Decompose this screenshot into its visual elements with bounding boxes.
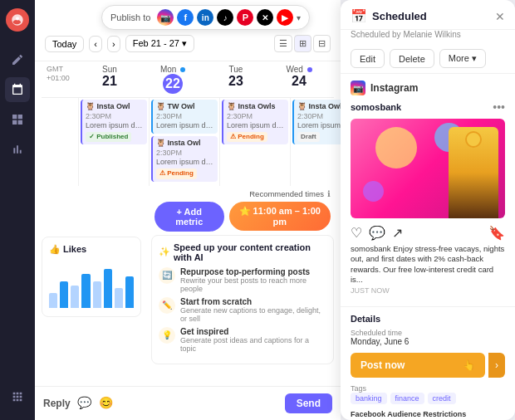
monday-event-1-text: Lorem ipsum dole... [156,121,214,131]
calendar-body: 🦉 Insta Owl 2:30PM Lorem ipsum dole... ✓… [42,98,334,186]
reply-button[interactable]: Reply [43,398,71,409]
sunday-header: Sun 21 [78,61,141,97]
more-platforms-button[interactable]: ▾ [297,13,301,22]
metrics-row: 👍 Likes Recommended times ℹ + Add metric… [35,186,341,368]
ai-inspired-desc: Generate post ideas and captions for a t… [180,336,326,353]
scheduled-time-row: Scheduled time Monday, June 6 [351,329,505,346]
monday-event-2-time: 2:30PM [156,149,214,159]
monday-header: Mon 22 [141,61,204,97]
tag-banking[interactable]: banking [351,393,387,404]
platform-name: Instagram [370,82,418,94]
chat-icon[interactable]: 💬 [77,396,92,411]
ai-widget-title: ✨ Speed up your content creation with AI [159,242,326,262]
monday-event-2-name: 🦉 Insta Owl [156,139,214,149]
x-icon[interactable]: ✕ [257,9,273,26]
sunday-event-text: Lorem ipsum dole... [86,121,144,131]
ai-item-scratch[interactable]: ✏️ Start from scratch Generate new capti… [159,297,326,323]
panel-actions: Edit Delete More ▾ [341,44,515,74]
bar-1 [49,293,57,307]
sunday-event-time: 2:30PM [86,112,144,122]
send-button[interactable]: Send [285,393,332,413]
edit-button[interactable]: Edit [351,49,385,68]
tag-finance[interactable]: finance [390,393,424,404]
add-metric-button[interactable]: + Add metric [154,202,224,232]
sunday-event[interactable]: 🦉 Insta Owl 2:30PM Lorem ipsum dole... ✓… [81,100,147,144]
deco-circle-3 [363,181,384,202]
sidebar-icon-calendar[interactable] [5,77,30,102]
youtube-icon[interactable]: ▶ [277,9,293,26]
wednesday-header: Wed 24 [267,61,331,97]
person-head [465,131,482,148]
likes-widget: 👍 Likes [42,237,141,317]
bar-3 [71,286,79,307]
monday-event-2-text: Lorem ipsum dole... [156,158,214,168]
sidebar-icon-grid[interactable] [5,107,30,132]
sunday-event-name: 🦉 Insta Owl [86,102,144,112]
scheduled-time-value: Monday, June 6 [351,337,505,346]
calendar-day-headers: GMT +01:00 Sun 21 Mon 22 Tue 23 Wed 24 [42,61,334,98]
facebook-icon[interactable]: f [177,9,194,26]
monday-event-2[interactable]: 🦉 Insta Owl 2:30PM Lorem ipsum dole... ⚠… [151,136,218,181]
ai-item-repurpose[interactable]: 🔄 Repurpose top-performing posts Rewrite… [159,267,326,293]
emoji-icon[interactable]: 😊 [99,396,114,411]
scratch-icon: ✏️ [159,297,175,314]
recommended-time-button[interactable]: ⭐ 11:00 am – 1:00 pm [229,202,331,231]
post-now-chevron-button[interactable]: › [488,353,505,378]
pinterest-icon[interactable]: P [237,9,253,26]
list-view-button[interactable]: ☰ [274,35,292,52]
monday-event-1-name: 🦉 TW Owl [156,102,214,112]
sidebar-icon-chart[interactable] [5,137,30,162]
heart-icon[interactable]: ♡ [351,225,362,241]
post-now-cursor-icon: 👆 [463,359,475,371]
chat-bar: Reply 💬 😊 Send [35,386,341,420]
monday-event-1[interactable]: 🦉 TW Owl 2:30PM Lorem ipsum dole... [151,100,218,134]
sidebar-icon-apps[interactable] [5,384,30,409]
likes-title: 👍 Likes [49,244,134,255]
instagram-icon[interactable]: 📷 [157,9,174,26]
instagram-section: 📷 Instagram somosbank ••• ♡ 💬 ↗ 🔖 somosb… [341,74,515,306]
delete-button[interactable]: Delete [390,49,434,68]
bar-4 [81,274,90,308]
share-icon[interactable]: ↗ [392,225,403,241]
today-button[interactable]: Today [45,36,84,52]
sidebar-icon-edit[interactable] [5,47,30,72]
recommended-times-label: Recommended times [249,189,324,198]
post-timestamp: JUST NOW [351,286,505,295]
linkedin-icon[interactable]: in [197,9,213,26]
platform-icon: 📷 [351,81,365,95]
main-calendar-area: Publish to 📷 f in ♪ P ✕ ▶ ▾ Today ‹ › Fe… [35,0,341,420]
monday-cell: 🦉 TW Owl 2:30PM Lorem ipsum dole... 🦉 In… [149,98,219,186]
publish-to-bar[interactable]: Publish to 📷 f in ♪ P ✕ ▶ ▾ [101,5,310,30]
inspired-icon: 💡 [159,327,175,344]
post-now-button[interactable]: Post now 👆 [351,353,485,378]
post-header: somosbank ••• [351,100,505,114]
bar-6 [104,269,112,307]
next-button[interactable]: › [107,36,120,52]
bookmark-icon[interactable]: 🔖 [488,225,505,241]
details-section: Details Scheduled time Monday, June 6 Po… [341,306,515,420]
bar-8 [125,276,134,308]
repurpose-icon: 🔄 [159,267,175,284]
fb-restrictions-label: Facebook Audience Restrictions [351,410,466,418]
prev-button[interactable]: ‹ [89,36,102,52]
monday-status: ⚠ Pending [156,168,197,178]
grid-view-button[interactable]: ⊞ [294,35,311,52]
tuesday-event[interactable]: 🦉 Insta Owls 2:30PM Lorem ipsum dole... … [222,100,288,144]
wednesday-label: Wed [286,65,311,74]
scheduled-calendar-icon: 📅 [351,8,367,24]
close-button[interactable]: ✕ [495,10,505,23]
month-view-button[interactable]: ⊟ [313,35,331,52]
logo[interactable] [6,8,29,32]
comment-icon[interactable]: 💬 [369,225,385,241]
post-now-label: Post now [360,359,405,371]
sunday-cell: 🦉 Insta Owl 2:30PM Lorem ipsum dole... ✓… [78,98,149,186]
date-range-button[interactable]: Feb 21 - 27 ▾ [125,35,194,52]
more-button[interactable]: More ▾ [439,49,486,68]
post-more-options[interactable]: ••• [493,100,505,114]
sidebar [0,0,35,420]
bar-5 [93,281,101,308]
ai-item-inspired[interactable]: 💡 Get inspired Generate post ideas and c… [159,327,326,353]
tiktok-icon[interactable]: ♪ [217,9,233,26]
tag-credit[interactable]: credit [428,393,456,404]
ai-widget: ✨ Speed up your content creation with AI… [151,235,334,364]
